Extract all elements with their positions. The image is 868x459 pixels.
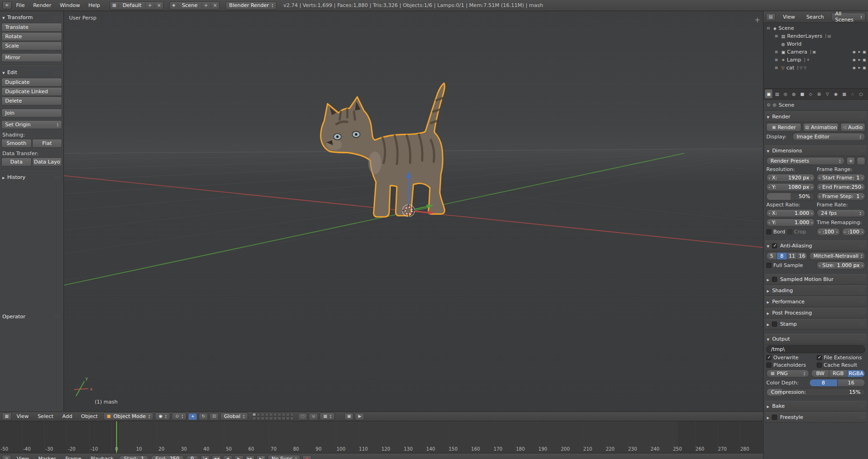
full-sample-checkbox[interactable]: [766, 263, 771, 268]
time-remap-new-field[interactable]: :100: [842, 228, 865, 236]
tab-material[interactable]: ◉: [832, 89, 840, 98]
tab-particles[interactable]: ∴: [849, 89, 856, 98]
layer-cell[interactable]: [282, 413, 285, 416]
display-mode-dropdown[interactable]: Image Editor: [792, 133, 865, 141]
tab-object-data[interactable]: ▽: [824, 89, 831, 98]
edit-panel-header[interactable]: Edit: [1, 68, 62, 77]
start-frame-field[interactable]: Start: 1: [119, 455, 149, 459]
render-audio-button[interactable]: ◁ Audio: [840, 123, 865, 131]
duplicate-linked-button[interactable]: Duplicate Linked: [1, 87, 62, 96]
add-menu[interactable]: Add: [59, 412, 76, 420]
translate-button[interactable]: Translate: [1, 23, 62, 32]
timeline-marker-menu[interactable]: Marker: [35, 455, 60, 459]
panel-grip-icon[interactable]: [55, 174, 61, 180]
expander-icon[interactable]: ⊞: [775, 66, 779, 70]
render-engine-selector[interactable]: Blender Render: [225, 1, 277, 10]
layer-cell[interactable]: [265, 413, 269, 416]
object-menu[interactable]: Object: [77, 412, 102, 420]
play-button[interactable]: ▶: [234, 455, 243, 459]
timeline-view-menu[interactable]: View: [13, 455, 33, 459]
expander-icon[interactable]: ⊟: [767, 26, 771, 30]
panel-grip-icon[interactable]: [55, 14, 61, 21]
jump-end-button[interactable]: ▶|: [257, 455, 266, 459]
layer-cell[interactable]: [269, 413, 273, 416]
gizmo-x-axis[interactable]: [415, 211, 429, 212]
select-menu[interactable]: Select: [34, 412, 57, 420]
scene-selector[interactable]: ◈ Scene + ×: [169, 1, 220, 10]
freestyle-checkbox[interactable]: [772, 415, 777, 420]
manipulator-scale-toggle[interactable]: ⊡: [209, 413, 219, 420]
layer-cell[interactable]: [290, 417, 294, 420]
layer-cell[interactable]: [265, 417, 269, 420]
shade-flat-button[interactable]: Flat: [32, 139, 62, 148]
stamp-checkbox[interactable]: [772, 322, 777, 327]
antialiasing-checkbox[interactable]: [772, 243, 777, 248]
antialiasing-panel-header[interactable]: Anti-Aliasing: [765, 240, 867, 251]
layer-cell[interactable]: [257, 417, 260, 420]
renderability-camera-icon[interactable]: ▣: [862, 50, 866, 54]
tab-render[interactable]: ▣: [765, 89, 772, 98]
outliner-row-cat[interactable]: ⊞ ▽ cat | ▽ ▽ ◉ ➤ ▣: [764, 64, 868, 72]
proportional-edit-toggle[interactable]: ◌: [298, 413, 307, 420]
transform-orientation-dropdown[interactable]: Global: [220, 412, 248, 420]
color-depth-16-button[interactable]: 16: [838, 379, 866, 387]
panel-grip-icon[interactable]: [859, 148, 865, 154]
tab-scene[interactable]: ◎: [782, 89, 789, 98]
selectability-arrow-icon[interactable]: ➤: [858, 50, 861, 54]
menu-window[interactable]: Window: [56, 1, 83, 9]
layer-cell[interactable]: [257, 413, 260, 416]
snap-element-dropdown[interactable]: ▦: [319, 412, 335, 420]
sampled-motion-blur-panel-header[interactable]: Sampled Motion Blur: [765, 274, 867, 285]
pivot-point-dropdown[interactable]: ⊙: [172, 412, 187, 420]
tab-constraints[interactable]: ◇: [807, 89, 814, 98]
panel-grip-icon[interactable]: [859, 288, 865, 294]
panel-grip-icon[interactable]: [859, 114, 865, 120]
outliner-row-lamp[interactable]: ⊞ ☀ Lamp | ☀ ◉ ➤ ▣: [764, 56, 868, 64]
scene-name[interactable]: Scene: [178, 2, 201, 8]
layout-add-button[interactable]: +: [145, 3, 154, 8]
pin-icon[interactable]: ⊙: [767, 103, 771, 107]
selectability-arrow-icon[interactable]: ➤: [858, 58, 861, 62]
tab-object[interactable]: ■: [799, 89, 806, 98]
resolution-x-field[interactable]: X: 1920 px: [766, 174, 815, 182]
opengl-render-still-button[interactable]: ▣: [344, 413, 354, 420]
item-label[interactable]: Camera: [787, 49, 807, 55]
snap-toggle[interactable]: ∪: [309, 413, 318, 420]
panel-grip-icon[interactable]: [55, 314, 61, 320]
layer-cell[interactable]: [286, 413, 290, 416]
outliner-display-filter-dropdown[interactable]: All Scenes: [831, 13, 866, 21]
tab-render-layers[interactable]: ▤: [773, 89, 781, 98]
aa-size-field[interactable]: Size: 1.000 px: [817, 261, 865, 269]
aa-filter-dropdown[interactable]: Mitchell-Netravali: [809, 252, 865, 260]
start-frame-field[interactable]: Start Frame: 1: [817, 174, 865, 182]
color-depth-8-button[interactable]: 8: [809, 379, 838, 387]
tab-physics[interactable]: ○: [857, 89, 865, 98]
play-reverse-button[interactable]: ◀: [223, 455, 232, 459]
file-extensions-checkbox[interactable]: [817, 355, 822, 360]
jump-start-button[interactable]: |◀: [201, 455, 210, 459]
gizmo-y-axis[interactable]: [415, 206, 428, 209]
expander-icon[interactable]: ⊞: [775, 50, 779, 54]
item-label[interactable]: World: [787, 41, 802, 47]
preset-add-button[interactable]: +: [847, 157, 855, 165]
mirror-button[interactable]: Mirror: [1, 53, 62, 62]
visibility-eye-icon[interactable]: ◉: [853, 58, 856, 62]
layer-cell[interactable]: [273, 413, 277, 416]
scale-button[interactable]: Scale: [1, 41, 62, 50]
layer-cell[interactable]: [278, 417, 281, 420]
item-label[interactable]: RenderLayers: [787, 33, 823, 39]
layer-cell[interactable]: [269, 417, 273, 420]
panel-grip-icon[interactable]: [859, 276, 865, 282]
frame-step-field[interactable]: Frame Step: 1: [817, 192, 865, 200]
layer-cell[interactable]: [286, 417, 290, 420]
opengl-render-anim-button[interactable]: ▶: [355, 413, 364, 420]
item-label[interactable]: Lamp: [787, 57, 801, 63]
shade-smooth-button[interactable]: Smooth: [1, 139, 32, 148]
scene-add-button[interactable]: +: [201, 3, 210, 8]
outliner-row-world[interactable]: ◍ World: [764, 40, 868, 48]
render-animation-button[interactable]: ▤ Animation: [803, 123, 838, 131]
panel-grip-icon[interactable]: [859, 336, 865, 342]
expander-icon[interactable]: ⊞: [775, 58, 779, 62]
output-panel-header[interactable]: Output: [765, 334, 867, 344]
dimensions-panel-header[interactable]: Dimensions: [765, 145, 867, 156]
